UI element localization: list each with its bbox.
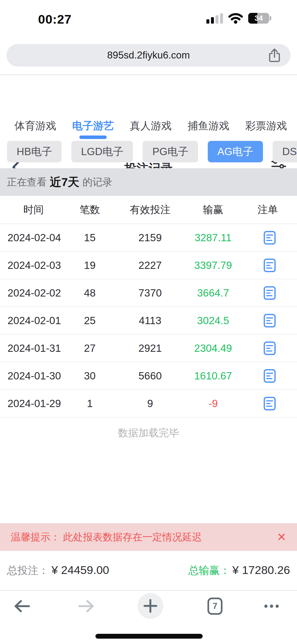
nav-back-icon[interactable] — [13, 599, 31, 613]
ticket-doc-icon[interactable] — [263, 258, 276, 272]
nav-forward-icon[interactable] — [78, 599, 95, 613]
table-row: 2024-01-31 27 2921 2304.49 — [0, 335, 297, 362]
total-win-value: ¥ 17280.26 — [232, 564, 290, 577]
warning-bar: 温馨提示： 此处报表数据存在一定情况延迟 ✕ — [0, 523, 297, 551]
share-icon[interactable] — [268, 48, 281, 63]
cell-date: 2024-02-04 — [0, 232, 67, 244]
cell-date: 2024-01-30 — [0, 370, 67, 382]
cell-count: 19 — [67, 259, 113, 271]
url-text[interactable]: 895sd.2fiyku6.com — [6, 44, 291, 67]
wifi-icon — [228, 13, 243, 24]
ticket-doc-icon[interactable] — [263, 369, 276, 383]
col-header-win-loss: 输赢 — [188, 203, 239, 217]
ticket-doc-icon[interactable] — [263, 286, 276, 300]
cell-valid-bet: 2159 — [113, 232, 188, 244]
ticket-doc-icon[interactable] — [263, 397, 276, 411]
total-win: 总输赢： ¥ 17280.26 — [188, 563, 290, 578]
cell-valid-bet: 5660 — [113, 370, 188, 382]
more-menu-icon[interactable] — [264, 605, 279, 608]
cell-win-loss: 3287.11 — [188, 232, 239, 244]
battery-percent: 34 — [248, 13, 269, 24]
ticket-doc-icon[interactable] — [263, 231, 276, 245]
chip-ag[interactable]: AG电子 — [208, 141, 263, 162]
table-row: 2024-02-01 25 4113 3024.5 — [0, 307, 297, 335]
cell-date: 2024-01-31 — [0, 342, 67, 354]
tab-electronic[interactable]: 电子游艺 — [72, 113, 114, 139]
cell-count: 30 — [67, 370, 113, 382]
cell-valid-bet: 9 — [113, 398, 188, 409]
cell-ticket — [239, 369, 297, 383]
table-row: 2024-01-29 1 9 -9 — [0, 390, 297, 418]
cell-ticket — [239, 314, 297, 328]
cell-count: 25 — [67, 315, 113, 327]
cell-ticket — [239, 286, 297, 300]
records-table: 时间 笔数 有效投注 输赢 注单 2024-02-04 15 2159 3287… — [0, 196, 297, 418]
total-bet-value: ¥ 24459.00 — [51, 564, 109, 577]
cell-win-loss: 3397.79 — [188, 259, 239, 271]
table-row: 2024-02-04 15 2159 3287.11 — [0, 224, 297, 252]
url-bar[interactable]: 895sd.2fiyku6.com — [6, 44, 291, 67]
cell-ticket — [239, 341, 297, 355]
cell-win-loss: 1610.67 — [188, 370, 239, 382]
tab-fishing[interactable]: 捕鱼游戏 — [188, 113, 229, 139]
cell-win-loss: 3024.5 — [188, 315, 239, 327]
table-header: 时间 笔数 有效投注 输赢 注单 — [0, 196, 297, 224]
tab-counter-button[interactable]: 7 — [207, 598, 222, 615]
plus-icon — [143, 599, 157, 613]
totals-bar: 总投注： ¥ 24459.00 总输赢： ¥ 17280.26 — [0, 551, 297, 590]
cell-valid-bet: 4113 — [113, 315, 188, 327]
chip-hb[interactable]: HB电子 — [7, 141, 62, 162]
warning-text: 温馨提示： 此处报表数据存在一定情况延迟 — [11, 530, 202, 544]
table-row: 2024-02-02 48 7370 3664.7 — [0, 279, 297, 307]
cell-valid-bet: 7370 — [113, 287, 188, 299]
total-bet: 总投注： ¥ 24459.00 — [7, 563, 109, 578]
tab-count: 7 — [213, 601, 217, 611]
chip-pg[interactable]: PG电子 — [143, 141, 198, 162]
load-complete-text: 数据加载完毕 — [0, 426, 297, 440]
ticket-doc-icon[interactable] — [263, 314, 276, 328]
status-bar: 00:27 34 — [0, 0, 297, 35]
cell-ticket — [239, 231, 297, 245]
ticket-doc-icon[interactable] — [263, 341, 276, 355]
chip-lgd[interactable]: LGD电子 — [71, 141, 133, 162]
table-row: 2024-02-03 19 2227 3397.79 — [0, 252, 297, 279]
provider-chips: HB电子 LGD电子 PG电子 AG电子 DS电子 — [0, 141, 297, 162]
total-win-label: 总输赢： — [188, 563, 230, 578]
cell-date: 2024-02-02 — [0, 287, 67, 299]
page-header: 投注记录 — [0, 75, 297, 113]
chip-ds[interactable]: DS电子 — [273, 141, 297, 162]
range-banner: 正在查看 近7天 的记录 — [0, 168, 297, 196]
col-header-count: 笔数 — [67, 203, 113, 217]
total-bet-label: 总投注： — [7, 563, 49, 578]
status-icons: 34 — [206, 12, 271, 24]
cell-win-loss: 3664.7 — [188, 287, 239, 299]
home-indicator — [95, 634, 203, 639]
cell-count: 1 — [67, 398, 113, 409]
banner-suffix: 的记录 — [83, 175, 112, 189]
clock: 00:27 — [38, 12, 72, 27]
cell-count: 27 — [67, 342, 113, 354]
cell-ticket — [239, 397, 297, 411]
cell-win-loss: 2304.49 — [188, 342, 239, 354]
cell-valid-bet: 2921 — [113, 342, 188, 354]
cell-count: 15 — [67, 232, 113, 244]
cell-ticket — [239, 258, 297, 272]
close-icon[interactable]: ✕ — [277, 532, 286, 543]
cell-count: 48 — [67, 287, 113, 299]
cell-valid-bet: 2227 — [113, 259, 188, 271]
col-header-valid-bet: 有效投注 — [113, 203, 188, 217]
tab-live[interactable]: 真人游戏 — [130, 113, 172, 139]
cellular-signal-icon — [206, 13, 223, 24]
banner-prefix: 正在查看 — [7, 175, 47, 189]
tab-lottery[interactable]: 彩票游戏 — [245, 113, 287, 139]
col-header-time: 时间 — [0, 203, 67, 217]
table-row: 2024-01-30 30 5660 1610.67 — [0, 362, 297, 390]
game-type-tabs: 体育游戏 电子游艺 真人游戏 捕鱼游戏 彩票游戏 — [0, 113, 297, 139]
tab-sports[interactable]: 体育游戏 — [14, 113, 56, 139]
col-header-ticket: 注单 — [239, 203, 297, 217]
cell-date: 2024-02-03 — [0, 259, 67, 271]
banner-range: 近7天 — [50, 174, 79, 190]
cell-date: 2024-01-29 — [0, 398, 67, 409]
new-tab-button[interactable] — [138, 593, 163, 619]
cell-date: 2024-02-01 — [0, 315, 67, 327]
